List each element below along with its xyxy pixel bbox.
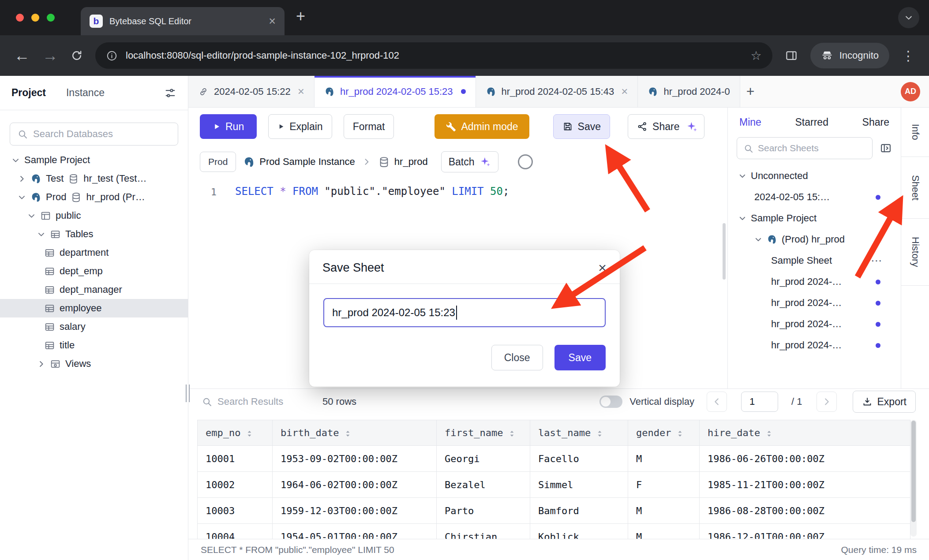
instance-breadcrumb-item[interactable]: Prod Sample Instance bbox=[243, 156, 355, 168]
schema-diagram-icon[interactable] bbox=[518, 154, 533, 169]
side-panel-icon[interactable] bbox=[785, 49, 798, 62]
sheet-item-hr-prod-2024[interactable]: hr_prod 2024-… bbox=[728, 314, 901, 335]
side-tab-history[interactable]: History bbox=[901, 219, 929, 286]
sort-icon[interactable] bbox=[343, 428, 352, 438]
column-header-hire-date[interactable]: hire_date bbox=[700, 420, 910, 446]
close-tab-icon[interactable]: × bbox=[621, 85, 628, 98]
sort-icon[interactable] bbox=[675, 428, 685, 438]
save-sheet-button[interactable]: Save bbox=[553, 114, 610, 139]
browser-tab[interactable]: b Bytebase SQL Editor × bbox=[81, 7, 285, 35]
bookmark-star-icon[interactable]: ☆ bbox=[751, 49, 762, 63]
dialog-save-button[interactable]: Save bbox=[554, 345, 606, 370]
column-header-last-name[interactable]: last_name bbox=[530, 420, 628, 446]
prev-page-button[interactable] bbox=[707, 392, 727, 412]
column-header-first-name[interactable]: first_name bbox=[437, 420, 530, 446]
sheet-item-prod-hr-prod[interactable]: (Prod) hr_prod bbox=[728, 229, 901, 250]
vertical-display-toggle[interactable] bbox=[599, 396, 622, 408]
sidebar-tab-project[interactable]: Project bbox=[11, 87, 46, 99]
table-row[interactable]: 100011953-09-02T00:00:00ZGeorgiFacelloM1… bbox=[198, 446, 910, 472]
column-header-emp-no[interactable]: emp_no bbox=[198, 420, 273, 446]
sheet-item-hr-prod-2024[interactable]: hr_prod 2024-… bbox=[728, 292, 901, 314]
batch-button[interactable]: Batch bbox=[441, 151, 498, 172]
tree-item-label: Sample Project bbox=[24, 154, 90, 166]
db-tree-item-views[interactable]: Views bbox=[0, 355, 188, 373]
new-browser-tab-button[interactable]: + bbox=[296, 7, 305, 26]
results-scrollbar[interactable] bbox=[910, 420, 917, 537]
page-number-input[interactable]: 1 bbox=[741, 392, 778, 412]
reload-button[interactable] bbox=[71, 49, 83, 62]
db-tree-item-department[interactable]: department bbox=[0, 243, 188, 262]
sort-icon[interactable] bbox=[595, 428, 604, 438]
explain-button[interactable]: Explain bbox=[268, 114, 332, 139]
side-tab-info[interactable]: Info bbox=[901, 108, 929, 157]
database-breadcrumb-item[interactable]: hr_prod bbox=[378, 156, 428, 168]
browser-menu-icon[interactable]: ⋮ bbox=[902, 48, 915, 63]
editor-tab-hr-prod-2024-02-05-15-23[interactable]: hr_prod 2024-02-05 15:23 bbox=[315, 76, 476, 107]
db-tree-item-title[interactable]: title bbox=[0, 336, 188, 355]
postgres-icon bbox=[486, 86, 496, 97]
db-tree-item-prod[interactable]: Prodhr_prod (Pr… bbox=[0, 188, 188, 206]
export-button[interactable]: Export bbox=[853, 391, 916, 413]
database-search-input[interactable]: Search Databases bbox=[10, 123, 178, 146]
sheet-item-2024-02-05-15[interactable]: 2024-02-05 15:… bbox=[728, 187, 901, 208]
sheet-item-hr-prod-2024[interactable]: hr_prod 2024-… bbox=[728, 271, 901, 292]
sidebar-resize-handle[interactable] bbox=[186, 385, 190, 402]
sheet-item-unconnected[interactable]: Unconnected bbox=[728, 165, 901, 187]
sheet-tab-mine[interactable]: Mine bbox=[739, 116, 761, 128]
sidebar-tab-instance[interactable]: Instance bbox=[66, 87, 105, 99]
close-tab-icon[interactable]: × bbox=[298, 85, 304, 98]
db-tree-item-salary[interactable]: salary bbox=[0, 317, 188, 336]
dialog-close-button[interactable]: Close bbox=[491, 345, 543, 370]
db-tree-item-dept-manager[interactable]: dept_manager bbox=[0, 280, 188, 299]
editor-tab-2024-02-05-15-22[interactable]: 2024-02-05 15:22× bbox=[188, 76, 315, 107]
editor-tab-hr-prod-2024-0[interactable]: hr_prod 2024-0 bbox=[638, 76, 740, 107]
results-search-input[interactable]: Search Results bbox=[202, 396, 315, 407]
sheet-search-input[interactable]: Search Sheets bbox=[737, 137, 873, 159]
editor-scrollbar[interactable] bbox=[723, 223, 726, 280]
db-tree-item-dept-emp[interactable]: dept_emp bbox=[0, 262, 188, 280]
sort-icon[interactable] bbox=[764, 428, 774, 438]
sheet-name-input[interactable]: hr_prod 2024-02-05 15:23 bbox=[323, 298, 606, 327]
table-row[interactable]: 100041954-05-01T00:00:00ZChirstianKoblic… bbox=[198, 524, 910, 539]
db-tree-item-tables[interactable]: Tables bbox=[0, 225, 188, 243]
collapse-panel-icon[interactable] bbox=[880, 142, 892, 154]
db-tree-item-employee[interactable]: employee bbox=[0, 299, 188, 317]
table-icon bbox=[44, 303, 55, 314]
sheet-item-sample-project[interactable]: Sample Project bbox=[728, 208, 901, 229]
sheet-tab-share[interactable]: Share bbox=[862, 116, 889, 128]
forward-button[interactable]: → bbox=[42, 48, 58, 63]
column-header-birth-date[interactable]: birth_date bbox=[273, 420, 437, 446]
sort-icon[interactable] bbox=[245, 428, 254, 438]
format-button[interactable]: Format bbox=[344, 114, 394, 139]
editor-tab-hr-prod-2024-02-05-15-43[interactable]: hr_prod 2024-02-05 15:43× bbox=[476, 76, 638, 107]
next-page-button[interactable] bbox=[817, 392, 837, 412]
filter-settings-icon[interactable] bbox=[164, 87, 176, 99]
sheet-item-sample-sheet[interactable]: Sample Sheet⋯ bbox=[728, 250, 901, 271]
db-tree-item-test[interactable]: Testhr_test (Test… bbox=[0, 169, 188, 188]
minimize-window-button[interactable] bbox=[31, 14, 39, 22]
run-button[interactable]: Run bbox=[200, 114, 257, 139]
db-tree-item-public[interactable]: public bbox=[0, 206, 188, 225]
admin-mode-button[interactable]: Admin mode bbox=[435, 114, 529, 139]
environment-chip[interactable]: Prod bbox=[200, 152, 236, 172]
back-button[interactable]: ← bbox=[14, 48, 30, 63]
address-bar[interactable]: localhost:8080/sql-editor/prod-sample-in… bbox=[95, 42, 772, 69]
new-sheet-tab-button[interactable]: + bbox=[746, 83, 755, 100]
more-actions-icon[interactable]: ⋯ bbox=[871, 254, 883, 268]
table-row[interactable]: 100031959-12-03T00:00:00ZPartoBamfordM19… bbox=[198, 498, 910, 524]
side-tab-sheet[interactable]: Sheet bbox=[901, 157, 929, 219]
tab-list-chevron-icon[interactable] bbox=[898, 7, 919, 28]
maximize-window-button[interactable] bbox=[47, 14, 55, 22]
close-dialog-icon[interactable]: × bbox=[598, 261, 607, 275]
db-tree-item-sample-project[interactable]: Sample Project bbox=[0, 151, 188, 169]
sheet-tab-starred[interactable]: Starred bbox=[795, 116, 828, 128]
sort-icon[interactable] bbox=[507, 428, 517, 438]
table-row[interactable]: 100021964-06-02T00:00:00ZBezalelSimmelF1… bbox=[198, 472, 910, 498]
close-browser-tab-icon[interactable]: × bbox=[269, 15, 276, 28]
share-button[interactable]: Share bbox=[628, 114, 704, 139]
close-window-button[interactable] bbox=[16, 14, 24, 22]
site-info-icon[interactable] bbox=[106, 50, 118, 62]
sheet-item-hr-prod-2024[interactable]: hr_prod 2024-… bbox=[728, 335, 901, 356]
user-avatar[interactable]: AD bbox=[901, 82, 920, 101]
column-header-gender[interactable]: gender bbox=[628, 420, 700, 446]
